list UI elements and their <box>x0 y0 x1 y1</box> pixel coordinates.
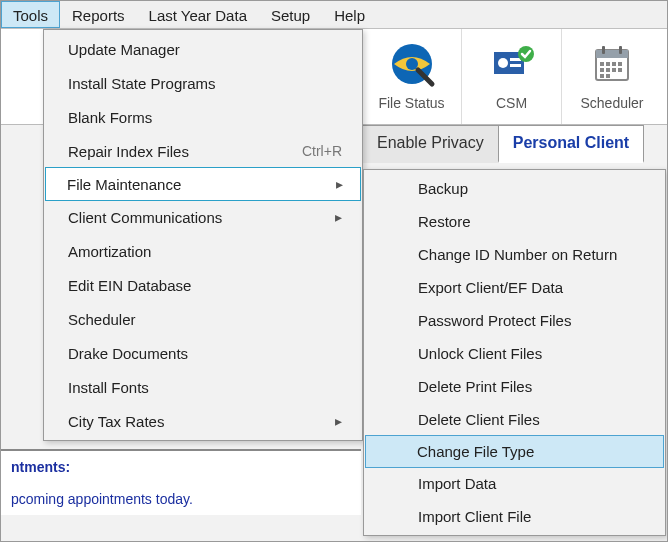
menu-reports[interactable]: Reports <box>60 1 137 28</box>
submenu-delete-client-files[interactable]: Delete Client Files <box>366 403 663 436</box>
scheduler-button[interactable]: Scheduler <box>562 29 662 124</box>
menu-tools[interactable]: Tools <box>1 1 60 28</box>
svg-rect-17 <box>618 68 622 72</box>
svg-rect-14 <box>600 68 604 72</box>
submenu-delete-print-files[interactable]: Delete Print Files <box>366 370 663 403</box>
menu-last-year-data[interactable]: Last Year Data <box>137 1 259 28</box>
menubar: Tools Reports Last Year Data Setup Help <box>1 1 667 29</box>
submenu-password-protect-files[interactable]: Password Protect Files <box>366 304 663 337</box>
submenu-restore[interactable]: Restore <box>366 205 663 238</box>
file-maintenance-submenu: Backup Restore Change ID Number on Retur… <box>363 169 666 536</box>
tab-personal-client[interactable]: Personal Client <box>498 125 644 163</box>
submenu-backup[interactable]: Backup <box>366 172 663 205</box>
submenu-change-id-number[interactable]: Change ID Number on Return <box>366 238 663 271</box>
menu-help[interactable]: Help <box>322 1 377 28</box>
submenu-change-file-type[interactable]: Change File Type <box>365 435 664 468</box>
file-status-button[interactable]: File Status <box>362 29 462 124</box>
csm-button[interactable]: CSM <box>462 29 562 124</box>
menu-setup[interactable]: Setup <box>259 1 322 28</box>
svg-rect-20 <box>602 46 605 54</box>
tab-strip: Enable Privacy Personal Client <box>362 125 667 163</box>
svg-rect-5 <box>510 58 521 61</box>
svg-rect-10 <box>600 62 604 66</box>
menu-update-manager[interactable]: Update Manager <box>46 32 360 66</box>
menu-edit-ein-database[interactable]: Edit EIN Database <box>46 268 360 302</box>
menu-scheduler[interactable]: Scheduler <box>46 302 360 336</box>
svg-rect-19 <box>606 74 610 78</box>
appointments-message: pcoming appointments today. <box>11 491 351 507</box>
svg-rect-15 <box>606 68 610 72</box>
submenu-import-client-file[interactable]: Import Client File <box>366 500 663 533</box>
svg-rect-13 <box>618 62 622 66</box>
appointments-panel: ntments: pcoming appointments today. <box>1 449 361 515</box>
csm-label: CSM <box>462 95 561 111</box>
scheduler-icon <box>562 37 662 91</box>
tab-enable-privacy[interactable]: Enable Privacy <box>362 125 499 163</box>
submenu-export-client-ef-data[interactable]: Export Client/EF Data <box>366 271 663 304</box>
svg-rect-16 <box>612 68 616 72</box>
svg-rect-21 <box>619 46 622 54</box>
svg-rect-11 <box>606 62 610 66</box>
svg-rect-12 <box>612 62 616 66</box>
svg-rect-18 <box>600 74 604 78</box>
submenu-unlock-client-files[interactable]: Unlock Client Files <box>366 337 663 370</box>
svg-rect-6 <box>510 64 521 67</box>
menu-client-communications[interactable]: Client Communications <box>46 200 360 234</box>
svg-point-1 <box>406 58 418 70</box>
menu-city-tax-rates[interactable]: City Tax Rates <box>46 404 360 438</box>
svg-rect-9 <box>596 50 628 58</box>
svg-point-4 <box>498 58 508 68</box>
menu-amortization[interactable]: Amortization <box>46 234 360 268</box>
scheduler-label: Scheduler <box>562 95 662 111</box>
csm-icon <box>462 37 561 91</box>
file-status-icon <box>362 37 461 91</box>
menu-drake-documents[interactable]: Drake Documents <box>46 336 360 370</box>
file-status-label: File Status <box>362 95 461 111</box>
menu-blank-forms[interactable]: Blank Forms <box>46 100 360 134</box>
submenu-import-data[interactable]: Import Data <box>366 467 663 500</box>
tools-dropdown: Update Manager Install State Programs Bl… <box>43 29 363 441</box>
shortcut-text: Ctrl+R <box>302 143 342 159</box>
menu-file-maintenance[interactable]: File Maintenance <box>45 167 361 201</box>
appointments-header: ntments: <box>11 459 351 475</box>
menu-install-fonts[interactable]: Install Fonts <box>46 370 360 404</box>
menu-install-state-programs[interactable]: Install State Programs <box>46 66 360 100</box>
menu-repair-index-files[interactable]: Repair Index Files Ctrl+R <box>46 134 360 168</box>
